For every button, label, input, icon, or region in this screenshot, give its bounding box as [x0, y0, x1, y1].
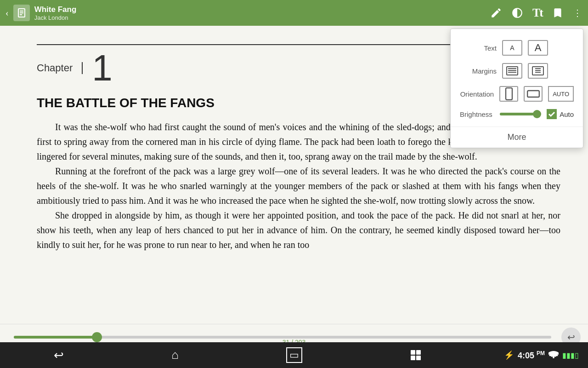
book-svg — [16, 7, 27, 18]
orientation-row: Orientation AUTO — [451, 82, 583, 105]
brightness-slider[interactable] — [500, 113, 537, 115]
paragraph-3: She dropped in alongside by him, as thou… — [37, 208, 560, 252]
small-text-button[interactable]: A — [502, 40, 522, 56]
progress-thumb[interactable] — [92, 332, 102, 342]
book-title: White Fang — [34, 5, 77, 14]
book-title-block: White Fang Jack London — [34, 5, 77, 21]
svg-rect-12 — [506, 88, 512, 100]
brightness-label: Brightness — [460, 110, 492, 118]
settings-panel: Text A A Margins Orientation — [450, 29, 583, 148]
brightness-fill — [500, 113, 537, 115]
paragraph-2: Running at the forefront of the pack was… — [37, 164, 560, 208]
top-bar-left: ‹ White Fang Jack London — [6, 5, 490, 21]
progress-bar-fill — [14, 336, 96, 339]
svg-rect-13 — [527, 91, 539, 97]
status-bar-right: ⚡ 4:05 PM ▮▮▮▯ — [504, 350, 579, 361]
more-icon[interactable]: ⋮ — [573, 7, 582, 18]
svg-rect-3 — [416, 356, 421, 360]
svg-rect-0 — [411, 350, 415, 355]
chapter-number: 1 — [92, 50, 113, 86]
svg-rect-2 — [411, 356, 415, 360]
wide-margin-button[interactable] — [528, 63, 548, 79]
wifi-icon — [548, 350, 559, 361]
theme-icon[interactable] — [511, 7, 523, 19]
font-icon[interactable]: Tt — [532, 6, 543, 20]
book-icon — [13, 5, 30, 21]
narrow-margin-button[interactable] — [502, 63, 522, 79]
portrait-button[interactable] — [499, 86, 518, 102]
bottom-bar: ↩ ⌂ ▭ ^ ⚡ 4:05 PM ▮▮▮▯ — [0, 342, 588, 368]
back-button[interactable]: ‹ — [6, 8, 9, 18]
home-nav-icon[interactable]: ⌂ — [171, 348, 179, 362]
back-nav-icon[interactable]: ↩ — [54, 348, 64, 362]
brightness-thumb[interactable] — [533, 110, 541, 118]
grid-nav-icon[interactable] — [410, 349, 422, 361]
svg-rect-1 — [416, 350, 421, 355]
auto-brightness-wrap: Auto — [547, 109, 574, 119]
annotate-icon[interactable] — [490, 7, 502, 19]
text-row: Text A A — [451, 36, 583, 59]
return-icon: ↩ — [567, 332, 575, 343]
progress-bar-track[interactable] — [14, 336, 551, 339]
auto-brightness-label: Auto — [560, 110, 574, 118]
auto-brightness-checkbox[interactable] — [547, 109, 557, 119]
landscape-button[interactable] — [524, 86, 543, 102]
top-bar: ‹ White Fang Jack London Tt ⋮ — [0, 0, 588, 26]
margins-row: Margins — [451, 59, 583, 82]
orientation-label: Orientation — [460, 90, 494, 98]
signal-icon: ▮▮▮▯ — [562, 351, 579, 360]
auto-orientation-button[interactable]: AUTO — [548, 86, 574, 102]
time-display: 4:05 PM — [518, 350, 545, 361]
usb-icon: ⚡ — [504, 350, 514, 360]
bookmark-icon[interactable] — [552, 7, 564, 19]
recents-nav-icon[interactable]: ▭ — [286, 347, 302, 363]
more-button[interactable]: More — [451, 126, 583, 148]
large-text-button[interactable]: A — [528, 40, 548, 56]
chapter-label: Chapter — [37, 62, 73, 74]
brightness-row: Brightness Auto — [451, 105, 583, 123]
top-bar-right: Tt ⋮ — [490, 6, 582, 20]
book-author: Jack London — [34, 14, 77, 21]
text-label: Text — [460, 44, 497, 52]
margins-label: Margins — [460, 67, 497, 75]
chapter-label-block: Chapter — [37, 62, 83, 74]
